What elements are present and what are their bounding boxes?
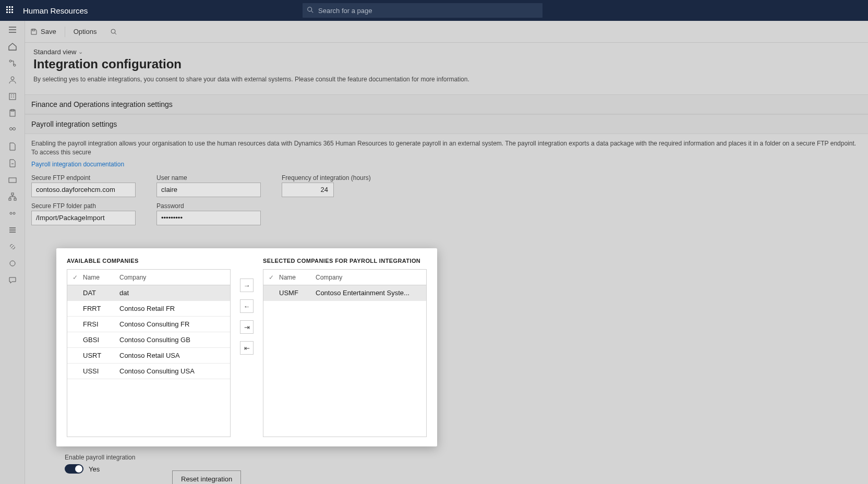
table-row[interactable]: FRSIContoso Consulting FR [67, 317, 230, 332]
cell-company: Contoso Retail USA [119, 352, 230, 359]
svg-point-4 [11, 77, 14, 80]
card-icon[interactable] [8, 175, 17, 185]
options-label: Options [74, 28, 97, 35]
payroll-doc-link[interactable]: Payroll integration documentation [25, 161, 130, 174]
svg-point-16 [10, 261, 15, 266]
svg-rect-5 [9, 93, 16, 100]
section-finops[interactable]: Finance and Operations integration setti… [25, 94, 868, 114]
svg-point-0 [308, 7, 312, 11]
folder-input[interactable] [31, 211, 136, 225]
col-name[interactable]: Name [279, 274, 316, 281]
table-row[interactable]: USSIContoso Consulting USA [67, 364, 230, 379]
svg-point-15 [13, 212, 15, 214]
svg-point-3 [14, 64, 16, 66]
save-icon [30, 28, 38, 35]
col-check[interactable]: ✓ [67, 274, 83, 281]
col-company[interactable]: Company [316, 274, 426, 281]
person-icon[interactable] [8, 75, 17, 84]
svg-rect-13 [14, 198, 16, 200]
people-icon[interactable] [8, 125, 17, 135]
cell-name: USMF [279, 289, 316, 297]
username-input[interactable] [156, 183, 261, 197]
cell-company: Contoso Consulting USA [119, 367, 230, 375]
cell-company: Contoso Retail FR [119, 305, 230, 312]
cell-name: USRT [83, 352, 119, 359]
page-title: Integration configuration [33, 57, 860, 71]
cell-name: USSI [83, 367, 119, 375]
folder-label: Secure FTP folder path [31, 202, 136, 210]
svg-line-1 [311, 11, 314, 13]
cell-name: DAT [83, 289, 119, 297]
reset-integration-button[interactable]: Reset integration [172, 470, 241, 484]
hierarchy-icon[interactable] [8, 192, 17, 201]
search-icon [307, 6, 314, 14]
col-check[interactable]: ✓ [263, 274, 279, 281]
endpoint-input[interactable] [31, 183, 136, 197]
svg-point-14 [10, 212, 12, 214]
frequency-label: Frequency of integration (hours) [282, 174, 371, 182]
svg-point-2 [9, 60, 11, 62]
svg-rect-12 [9, 198, 11, 200]
username-label: User name [156, 174, 261, 182]
svg-point-18 [111, 29, 115, 33]
endpoint-label: Secure FTP endpoint [31, 174, 136, 182]
svg-point-8 [9, 128, 12, 130]
building-icon[interactable] [8, 92, 17, 101]
app-launcher-icon[interactable] [6, 6, 15, 15]
table-row[interactable]: USRTContoso Retail USA [67, 348, 230, 364]
view-selector[interactable]: Standard view ⌄ [33, 48, 860, 56]
password-input[interactable] [156, 211, 261, 225]
global-search-input[interactable] [303, 3, 542, 18]
clipboard-icon[interactable] [8, 108, 17, 118]
cell-company: Contoso Entertainment Syste... [316, 289, 426, 297]
enable-payroll-toggle[interactable] [65, 464, 83, 474]
move-left-button[interactable]: ← [240, 299, 254, 313]
frequency-input[interactable] [282, 183, 334, 197]
cell-company: Contoso Consulting GB [119, 336, 230, 344]
cell-company: dat [119, 289, 230, 297]
cell-name: FRSI [83, 320, 119, 328]
svg-rect-17 [32, 29, 35, 31]
selected-companies-table: ✓ Name Company USMFContoso Entertainment… [263, 269, 427, 437]
payroll-description: Enabling the payroll integration allows … [25, 134, 868, 160]
cell-company: Contoso Consulting FR [119, 320, 230, 328]
chat-icon[interactable] [8, 275, 17, 285]
doc2-icon[interactable] [8, 159, 17, 168]
selected-companies-title: SELECTED COMPANIES FOR PAYROLL INTEGRATI… [263, 258, 427, 264]
save-label: Save [41, 28, 56, 35]
save-button[interactable]: Save [30, 28, 56, 35]
team-icon[interactable] [8, 209, 17, 218]
available-companies-title: AVAILABLE COMPANIES [67, 258, 231, 264]
move-all-left-button[interactable]: ⇤ [240, 341, 254, 355]
list-icon[interactable] [8, 225, 17, 235]
col-company[interactable]: Company [119, 274, 230, 281]
move-all-right-button[interactable]: ⇥ [240, 320, 254, 334]
toolbar-search-icon[interactable] [110, 28, 117, 35]
available-companies-table: ✓ Name Company DATdat FRRTContoso Retail… [67, 269, 231, 437]
options-button[interactable]: Options [74, 28, 97, 35]
table-row[interactable]: FRRTContoso Retail FR [67, 301, 230, 317]
app-title: Human Resources [23, 6, 88, 15]
password-label: Password [156, 202, 261, 210]
cell-name: FRRT [83, 305, 119, 312]
toolbar-divider [65, 27, 65, 37]
home-icon[interactable] [8, 42, 17, 51]
svg-rect-10 [9, 178, 16, 183]
svg-point-9 [13, 128, 15, 130]
svg-line-19 [115, 33, 116, 34]
consent-text: By selecting yes to enable integrations,… [33, 76, 860, 83]
table-row[interactable]: GBSIContoso Consulting GB [67, 332, 230, 348]
enable-payroll-label: Enable payroll integration [65, 454, 135, 461]
section-payroll[interactable]: Payroll integration settings [25, 114, 868, 134]
col-name[interactable]: Name [83, 274, 119, 281]
toggle-value-text: Yes [89, 465, 100, 473]
table-row[interactable]: USMFContoso Entertainment Syste... [263, 285, 426, 301]
org-icon[interactable] [8, 58, 17, 68]
table-row[interactable]: DATdat [67, 285, 230, 301]
hamburger-icon[interactable] [8, 25, 17, 34]
doc-icon[interactable] [8, 142, 17, 151]
link-icon[interactable] [8, 242, 17, 251]
cell-name: GBSI [83, 336, 119, 344]
move-right-button[interactable]: → [240, 279, 254, 292]
settings2-icon[interactable] [8, 259, 17, 268]
